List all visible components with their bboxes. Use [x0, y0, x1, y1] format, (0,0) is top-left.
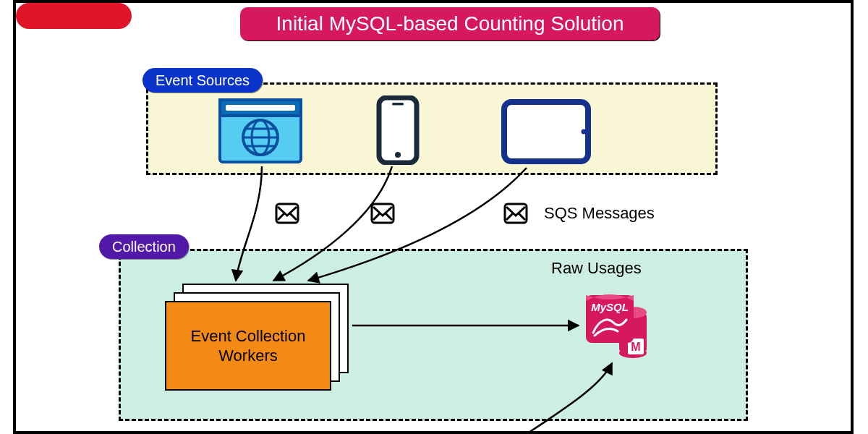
mysql-badge: M [631, 341, 640, 353]
sqs-message-icon [370, 203, 395, 224]
svg-rect-13 [276, 204, 298, 223]
diagram-title: Initial MySQL-based Counting Solution [240, 7, 660, 41]
label-partial-bottom [16, 3, 132, 29]
phone-icon [376, 95, 420, 165]
raw-usages-label: Raw Usages [551, 259, 642, 278]
svg-rect-14 [372, 204, 393, 223]
label-event-sources: Event Sources [142, 68, 263, 93]
sqs-messages-label: SQS Messages [544, 204, 655, 223]
sqs-message-icon [275, 203, 299, 224]
mysql-label: MySQL [591, 301, 629, 313]
event-collection-workers: Event Collection Workers [165, 284, 352, 392]
svg-rect-2 [226, 105, 295, 111]
worker-card-front: Event Collection Workers [165, 301, 331, 391]
label-collection: Collection [99, 234, 189, 259]
svg-rect-11 [504, 102, 588, 161]
tablet-icon [501, 98, 592, 165]
sqs-message-icon [503, 203, 528, 224]
workers-label: Event Collection Workers [191, 326, 306, 366]
svg-rect-15 [505, 204, 527, 223]
diagram-frame: Initial MySQL-based Counting Solution Ev… [13, 0, 854, 434]
mysql-node: M MySQL [584, 291, 650, 360]
svg-rect-10 [392, 103, 404, 106]
browser-icon [218, 98, 302, 163]
svg-point-12 [582, 129, 587, 135]
svg-point-9 [395, 152, 401, 158]
